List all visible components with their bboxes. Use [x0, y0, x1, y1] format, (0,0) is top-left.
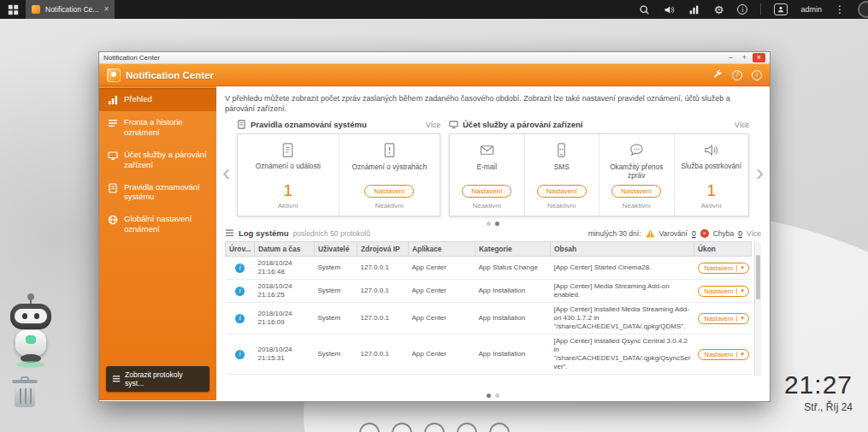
log-category: App Status Change: [475, 257, 551, 280]
info-level-icon: i: [235, 350, 245, 359]
overview-page-dots: [216, 394, 770, 398]
row-settings-button[interactable]: Nastavení▼: [698, 286, 750, 297]
more-options-icon[interactable]: ⋮: [835, 4, 845, 15]
col-level[interactable]: Úrov...: [226, 242, 255, 257]
log-user: System: [315, 280, 357, 303]
table-header-row: Úrov... Datum a čas Uživatelé Zdrojová I…: [226, 242, 752, 257]
instant-messaging-settings-button[interactable]: Nastavení: [611, 185, 661, 198]
log-row[interactable]: i 2018/10/2421:15:31 System 127.0.0.1 Ap…: [226, 334, 752, 375]
warning-count[interactable]: 0: [692, 229, 696, 238]
col-user[interactable]: Uživatelé: [315, 242, 357, 257]
card-label: Oznámení o výstrahách: [351, 163, 427, 180]
log-category: App Installation: [475, 303, 551, 334]
card-status: Neaktivní: [623, 202, 651, 210]
push-service-count[interactable]: 1: [706, 182, 716, 198]
carousel-dot-active[interactable]: [495, 222, 499, 226]
window-title: Notification Center: [103, 54, 160, 62]
row-settings-button[interactable]: Nastavení▼: [698, 349, 750, 360]
log-row[interactable]: i 2018/10/2421:16:48 System 127.0.0.1 Ap…: [226, 257, 752, 280]
row-settings-button[interactable]: Nastavení▼: [698, 313, 750, 324]
recycle-bin-icon[interactable]: [12, 376, 38, 409]
service-account-panel: Účet služby a párování zařízení Více E-m…: [449, 120, 749, 216]
card-status: Neaktivní: [473, 202, 501, 210]
alert-settings-button[interactable]: Nastavení: [364, 185, 414, 198]
log-time: 21:15:31: [258, 354, 311, 363]
main-menu-icon[interactable]: [7, 3, 19, 15]
page-dot-active[interactable]: [487, 394, 491, 398]
edge-widget-icon[interactable]: [858, 1, 868, 18]
log-content: [App Center] Installed Media Streaming A…: [551, 303, 694, 334]
card-label: Oznámení o události: [256, 163, 321, 179]
log-row[interactable]: i 2018/10/2421:16:09 System 127.0.0.1 Ap…: [226, 303, 752, 334]
page-dot[interactable]: [495, 394, 499, 398]
volume-icon[interactable]: [663, 3, 675, 15]
maximize-button[interactable]: +: [739, 53, 750, 62]
show-system-logs-button[interactable]: Zobrazit protokoly syst...: [106, 366, 210, 392]
tools-wrench-icon[interactable]: [712, 68, 723, 83]
taskbar-tab-notification-center[interactable]: Notification Ce... ×: [26, 0, 115, 19]
sidebar-item-queue-history[interactable]: Fronta a historie oznámení: [99, 111, 216, 144]
sms-settings-button[interactable]: Nastavení: [537, 185, 587, 198]
tab-close-icon[interactable]: ×: [103, 5, 109, 14]
clock-date: Stř., Říj 24: [784, 401, 853, 413]
log-user: System: [315, 334, 357, 375]
col-category[interactable]: Kategorie: [475, 242, 551, 257]
sidebar-item-label: Pravidla oznamování systému: [124, 182, 210, 203]
carousel-next-icon[interactable]: ›: [756, 161, 764, 185]
table-scrollbar[interactable]: [754, 241, 761, 376]
sms-card: SMS Nastavení Neaktivní: [525, 134, 600, 216]
user-icon[interactable]: [774, 3, 788, 15]
card-label: Služba postrkování: [681, 163, 741, 179]
minimize-button[interactable]: −: [725, 53, 736, 62]
event-rules-count[interactable]: 1: [283, 182, 292, 198]
col-application[interactable]: Aplikace: [409, 242, 475, 257]
col-source-ip[interactable]: Zdrojová IP: [357, 242, 409, 257]
log-category: App Installation: [475, 280, 551, 303]
log-more-link[interactable]: Více: [747, 229, 761, 238]
clock-time: 21:27: [784, 370, 853, 399]
log-content: [App Center] Media Streaming Add-on enab…: [551, 280, 694, 303]
error-count[interactable]: 0: [738, 229, 742, 238]
sidebar-item-label: Fronta a historie oznámení: [124, 117, 210, 138]
background-tasks-icon[interactable]: [688, 3, 700, 15]
carousel-dot[interactable]: [487, 222, 491, 226]
user-name[interactable]: admin: [800, 5, 822, 14]
col-content[interactable]: Obsah: [551, 242, 694, 257]
rules-more-link[interactable]: Více: [426, 121, 440, 129]
help-icon[interactable]: ?: [732, 70, 742, 80]
sidebar-item-service-account[interactable]: Účet služby a párování zařízení: [99, 144, 216, 176]
dashboard-info-icon[interactable]: i: [737, 4, 747, 15]
log-row[interactable]: i 2018/10/2421:16:25 System 127.0.0.1 Ap…: [226, 280, 752, 303]
close-button[interactable]: ×: [753, 53, 765, 62]
col-action[interactable]: Úkon: [694, 242, 752, 257]
dock-item[interactable]: [489, 423, 510, 432]
settings-gear-icon[interactable]: ⚙: [712, 3, 724, 15]
sidebar-item-system-rules[interactable]: Pravidla oznamování systému: [99, 176, 216, 209]
notification-center-app-icon: [32, 5, 40, 14]
dock-item[interactable]: [359, 423, 380, 432]
services-more-link[interactable]: Více: [735, 121, 749, 129]
log-ip: 127.0.0.1: [357, 375, 409, 376]
scrollbar-thumb[interactable]: [756, 255, 760, 299]
log-user: System: [315, 375, 357, 376]
sidebar-item-global-settings[interactable]: Globální nastavení oznámení: [99, 208, 216, 240]
carousel-prev-icon[interactable]: ‹: [222, 161, 230, 185]
dock-item[interactable]: [457, 423, 477, 432]
row-settings-button[interactable]: Nastavení▼: [698, 263, 750, 274]
sidebar-item-overview[interactable]: Přehled: [99, 88, 216, 111]
desktop-clock: 21:27 Stř., Říj 24: [784, 370, 853, 413]
queue-history-icon: [108, 118, 118, 128]
dock-item[interactable]: [392, 423, 412, 432]
about-info-icon[interactable]: i: [752, 70, 762, 80]
service-account-icon: [108, 151, 118, 161]
alert-notifications-card: Oznámení o výstrahách Nastavení Neaktivn…: [340, 134, 440, 216]
error-label: Chyba: [713, 229, 735, 238]
card-status: Aktivní: [701, 202, 722, 210]
col-datetime[interactable]: Datum a čas: [255, 242, 315, 257]
log-row[interactable]: i 2018/10/2421:15:30 System 127.0.0.1 Ap…: [226, 375, 752, 376]
assistant-robot[interactable]: [3, 298, 63, 371]
sms-icon: [553, 142, 570, 159]
email-settings-button[interactable]: Nastavení: [462, 185, 511, 198]
dock-item[interactable]: [424, 423, 445, 432]
search-icon[interactable]: [638, 3, 650, 15]
